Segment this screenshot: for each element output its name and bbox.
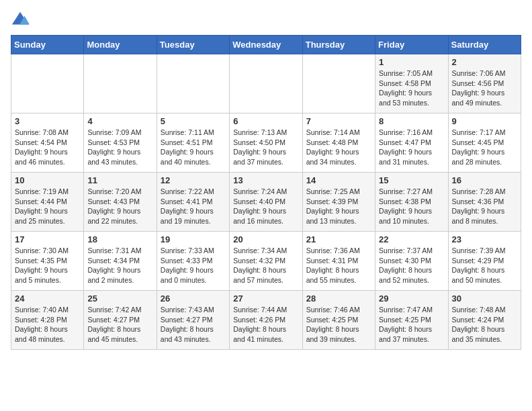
day-number: 24 bbox=[15, 293, 80, 304]
calendar-cell: 28Sunrise: 7:46 AM Sunset: 4:25 PM Dayli… bbox=[302, 291, 375, 350]
day-number: 25 bbox=[87, 293, 152, 304]
calendar-cell: 5Sunrise: 7:11 AM Sunset: 4:51 PM Daylig… bbox=[157, 113, 229, 173]
day-number: 29 bbox=[379, 293, 444, 304]
day-info: Sunrise: 7:08 AM Sunset: 4:54 PM Dayligh… bbox=[15, 128, 80, 167]
calendar-cell: 17Sunrise: 7:30 AM Sunset: 4:35 PM Dayli… bbox=[11, 232, 84, 291]
day-number: 26 bbox=[161, 293, 226, 304]
calendar-cell bbox=[157, 54, 229, 113]
day-number: 4 bbox=[87, 116, 152, 126]
day-number: 20 bbox=[233, 234, 298, 244]
calendar-cell: 13Sunrise: 7:24 AM Sunset: 4:40 PM Dayli… bbox=[230, 173, 302, 232]
day-info: Sunrise: 7:47 AM Sunset: 4:25 PM Dayligh… bbox=[379, 305, 444, 345]
day-number: 16 bbox=[452, 175, 517, 185]
calendar-cell: 11Sunrise: 7:20 AM Sunset: 4:43 PM Dayli… bbox=[84, 173, 157, 232]
calendar-cell: 26Sunrise: 7:43 AM Sunset: 4:27 PM Dayli… bbox=[157, 291, 229, 350]
calendar-cell: 2Sunrise: 7:06 AM Sunset: 4:56 PM Daylig… bbox=[448, 54, 521, 113]
day-number: 7 bbox=[306, 116, 371, 126]
day-info: Sunrise: 7:33 AM Sunset: 4:33 PM Dayligh… bbox=[161, 246, 226, 285]
calendar-header: SundayMondayTuesdayWednesdayThursdayFrid… bbox=[11, 36, 521, 54]
day-number: 19 bbox=[161, 234, 226, 244]
day-of-week-header: Monday bbox=[84, 36, 157, 54]
day-info: Sunrise: 7:30 AM Sunset: 4:35 PM Dayligh… bbox=[15, 246, 80, 285]
calendar-cell: 30Sunrise: 7:48 AM Sunset: 4:24 PM Dayli… bbox=[448, 291, 521, 350]
calendar-week: 1Sunrise: 7:05 AM Sunset: 4:58 PM Daylig… bbox=[11, 54, 521, 113]
calendar-cell: 15Sunrise: 7:27 AM Sunset: 4:38 PM Dayli… bbox=[375, 173, 448, 232]
day-info: Sunrise: 7:39 AM Sunset: 4:29 PM Dayligh… bbox=[452, 246, 517, 285]
calendar-week: 10Sunrise: 7:19 AM Sunset: 4:44 PM Dayli… bbox=[11, 173, 521, 232]
day-of-week-header: Wednesday bbox=[230, 36, 302, 54]
day-number: 3 bbox=[15, 116, 80, 126]
day-number: 17 bbox=[15, 234, 80, 244]
day-info: Sunrise: 7:16 AM Sunset: 4:47 PM Dayligh… bbox=[379, 128, 444, 167]
day-info: Sunrise: 7:13 AM Sunset: 4:50 PM Dayligh… bbox=[233, 128, 298, 167]
page-header bbox=[11, 11, 521, 30]
calendar-cell: 22Sunrise: 7:37 AM Sunset: 4:30 PM Dayli… bbox=[375, 232, 448, 291]
day-info: Sunrise: 7:37 AM Sunset: 4:30 PM Dayligh… bbox=[379, 246, 444, 285]
day-info: Sunrise: 7:24 AM Sunset: 4:40 PM Dayligh… bbox=[233, 187, 298, 226]
calendar-cell bbox=[84, 54, 157, 113]
day-info: Sunrise: 7:28 AM Sunset: 4:36 PM Dayligh… bbox=[452, 187, 517, 226]
calendar-week: 17Sunrise: 7:30 AM Sunset: 4:35 PM Dayli… bbox=[11, 232, 521, 291]
calendar-cell: 27Sunrise: 7:44 AM Sunset: 4:26 PM Dayli… bbox=[230, 291, 302, 350]
day-info: Sunrise: 7:06 AM Sunset: 4:56 PM Dayligh… bbox=[452, 68, 517, 108]
day-number: 22 bbox=[379, 234, 444, 244]
day-of-week-header: Tuesday bbox=[157, 36, 229, 54]
calendar-cell: 7Sunrise: 7:14 AM Sunset: 4:48 PM Daylig… bbox=[302, 113, 375, 173]
calendar-cell: 23Sunrise: 7:39 AM Sunset: 4:29 PM Dayli… bbox=[448, 232, 521, 291]
calendar-cell: 20Sunrise: 7:34 AM Sunset: 4:32 PM Dayli… bbox=[230, 232, 302, 291]
day-of-week-header: Thursday bbox=[302, 36, 375, 54]
day-number: 30 bbox=[452, 293, 517, 304]
day-number: 5 bbox=[161, 116, 226, 126]
logo bbox=[11, 11, 32, 30]
day-number: 15 bbox=[379, 175, 444, 185]
day-info: Sunrise: 7:34 AM Sunset: 4:32 PM Dayligh… bbox=[233, 246, 298, 285]
day-info: Sunrise: 7:44 AM Sunset: 4:26 PM Dayligh… bbox=[233, 305, 298, 345]
calendar-cell bbox=[230, 54, 302, 113]
day-number: 23 bbox=[452, 234, 517, 244]
day-info: Sunrise: 7:05 AM Sunset: 4:58 PM Dayligh… bbox=[379, 68, 444, 108]
day-info: Sunrise: 7:14 AM Sunset: 4:48 PM Dayligh… bbox=[306, 128, 371, 167]
day-number: 13 bbox=[233, 175, 298, 185]
calendar-cell: 3Sunrise: 7:08 AM Sunset: 4:54 PM Daylig… bbox=[11, 113, 84, 173]
day-number: 11 bbox=[87, 175, 152, 185]
day-info: Sunrise: 7:25 AM Sunset: 4:39 PM Dayligh… bbox=[306, 187, 371, 226]
calendar-cell: 8Sunrise: 7:16 AM Sunset: 4:47 PM Daylig… bbox=[375, 113, 448, 173]
day-number: 8 bbox=[379, 116, 444, 126]
calendar-cell: 6Sunrise: 7:13 AM Sunset: 4:50 PM Daylig… bbox=[230, 113, 302, 173]
day-info: Sunrise: 7:11 AM Sunset: 4:51 PM Dayligh… bbox=[161, 128, 226, 167]
calendar-cell: 4Sunrise: 7:09 AM Sunset: 4:53 PM Daylig… bbox=[84, 113, 157, 173]
day-number: 28 bbox=[306, 293, 371, 304]
calendar-cell bbox=[11, 54, 84, 113]
calendar-cell: 14Sunrise: 7:25 AM Sunset: 4:39 PM Dayli… bbox=[302, 173, 375, 232]
calendar-cell: 21Sunrise: 7:36 AM Sunset: 4:31 PM Dayli… bbox=[302, 232, 375, 291]
calendar: SundayMondayTuesdayWednesdayThursdayFrid… bbox=[11, 35, 521, 350]
day-info: Sunrise: 7:19 AM Sunset: 4:44 PM Dayligh… bbox=[15, 187, 80, 226]
day-number: 18 bbox=[87, 234, 152, 244]
day-info: Sunrise: 7:09 AM Sunset: 4:53 PM Dayligh… bbox=[87, 128, 152, 167]
logo-icon bbox=[11, 11, 30, 30]
day-info: Sunrise: 7:46 AM Sunset: 4:25 PM Dayligh… bbox=[306, 305, 371, 345]
day-number: 10 bbox=[15, 175, 80, 185]
calendar-cell: 10Sunrise: 7:19 AM Sunset: 4:44 PM Dayli… bbox=[11, 173, 84, 232]
calendar-week: 3Sunrise: 7:08 AM Sunset: 4:54 PM Daylig… bbox=[11, 113, 521, 173]
day-number: 6 bbox=[233, 116, 298, 126]
day-of-week-header: Saturday bbox=[448, 36, 521, 54]
calendar-cell: 16Sunrise: 7:28 AM Sunset: 4:36 PM Dayli… bbox=[448, 173, 521, 232]
day-info: Sunrise: 7:27 AM Sunset: 4:38 PM Dayligh… bbox=[379, 187, 444, 226]
day-info: Sunrise: 7:40 AM Sunset: 4:28 PM Dayligh… bbox=[15, 305, 80, 345]
calendar-cell bbox=[302, 54, 375, 113]
day-number: 9 bbox=[452, 116, 517, 126]
calendar-cell: 1Sunrise: 7:05 AM Sunset: 4:58 PM Daylig… bbox=[375, 54, 448, 113]
day-info: Sunrise: 7:22 AM Sunset: 4:41 PM Dayligh… bbox=[161, 187, 226, 226]
day-info: Sunrise: 7:43 AM Sunset: 4:27 PM Dayligh… bbox=[161, 305, 226, 345]
calendar-cell: 29Sunrise: 7:47 AM Sunset: 4:25 PM Dayli… bbox=[375, 291, 448, 350]
calendar-cell: 12Sunrise: 7:22 AM Sunset: 4:41 PM Dayli… bbox=[157, 173, 229, 232]
calendar-cell: 24Sunrise: 7:40 AM Sunset: 4:28 PM Dayli… bbox=[11, 291, 84, 350]
calendar-cell: 25Sunrise: 7:42 AM Sunset: 4:27 PM Dayli… bbox=[84, 291, 157, 350]
day-info: Sunrise: 7:48 AM Sunset: 4:24 PM Dayligh… bbox=[452, 305, 517, 345]
calendar-cell: 18Sunrise: 7:31 AM Sunset: 4:34 PM Dayli… bbox=[84, 232, 157, 291]
day-of-week-header: Sunday bbox=[11, 36, 84, 54]
day-number: 14 bbox=[306, 175, 371, 185]
day-info: Sunrise: 7:42 AM Sunset: 4:27 PM Dayligh… bbox=[87, 305, 152, 345]
calendar-week: 24Sunrise: 7:40 AM Sunset: 4:28 PM Dayli… bbox=[11, 291, 521, 350]
